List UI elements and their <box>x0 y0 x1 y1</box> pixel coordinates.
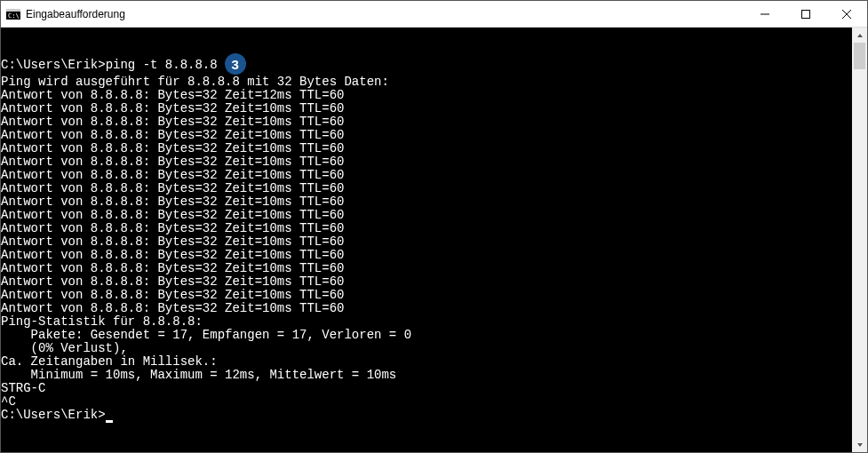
close-button[interactable] <box>826 1 867 28</box>
svg-marker-8 <box>857 443 863 447</box>
ping-stats: Ca. Zeitangaben in Millisek.: <box>1 355 852 369</box>
ping-reply: Antwort von 8.8.8.8: Bytes=32 Zeit=10ms … <box>1 142 852 155</box>
ping-reply: Antwort von 8.8.8.8: Bytes=32 Zeit=10ms … <box>1 235 852 249</box>
ping-reply: Antwort von 8.8.8.8: Bytes=32 Zeit=10ms … <box>1 302 852 315</box>
scroll-down-button[interactable] <box>852 437 867 452</box>
ping-reply: Antwort von 8.8.8.8: Bytes=32 Zeit=10ms … <box>1 275 852 289</box>
ping-reply: Antwort von 8.8.8.8: Bytes=32 Zeit=10ms … <box>1 102 852 115</box>
ping-reply: Antwort von 8.8.8.8: Bytes=32 Zeit=10ms … <box>1 129 852 142</box>
svg-rect-4 <box>802 10 810 18</box>
window-title: Eingabeaufforderung <box>26 8 745 20</box>
prompt-text: C:\Users\Erik> <box>1 408 106 422</box>
caret-c-line: ^C <box>1 395 852 409</box>
prompt-line: C:\Users\Erik>ping -t 8.8.8.83 <box>1 54 852 76</box>
cmd-icon: C:\ <box>6 7 20 21</box>
prompt-line: C:\Users\Erik> <box>1 409 852 422</box>
vertical-scrollbar[interactable] <box>852 28 867 452</box>
prompt-text: C:\Users\Erik> <box>1 58 106 72</box>
maximize-button[interactable] <box>785 1 826 28</box>
ping-reply: Antwort von 8.8.8.8: Bytes=32 Zeit=10ms … <box>1 262 852 275</box>
ping-stats: Minimum = 10ms, Maximum = 12ms, Mittelwe… <box>1 369 852 382</box>
console-area: C:\Users\Erik>ping -t 8.8.8.83Ping wird … <box>1 28 867 452</box>
minimize-button[interactable] <box>745 1 785 28</box>
ping-stats: (0% Verlust), <box>1 342 852 355</box>
ping-header: Ping wird ausgeführt für 8.8.8.8 mit 32 … <box>1 76 852 89</box>
scroll-track[interactable] <box>852 43 867 437</box>
cmd-window: C:\ Eingabeaufforderung C:\Users\Erik>pi… <box>0 0 868 453</box>
annotation-badge: 3 <box>225 53 246 75</box>
scroll-thumb[interactable] <box>854 43 865 69</box>
ping-reply: Antwort von 8.8.8.8: Bytes=32 Zeit=10ms … <box>1 249 852 262</box>
ping-reply: Antwort von 8.8.8.8: Bytes=32 Zeit=12ms … <box>1 89 852 102</box>
ping-stats: Pakete: Gesendet = 17, Empfangen = 17, V… <box>1 329 852 342</box>
scroll-up-button[interactable] <box>852 28 867 43</box>
ping-reply: Antwort von 8.8.8.8: Bytes=32 Zeit=10ms … <box>1 155 852 169</box>
command-text: ping -t 8.8.8.8 <box>106 58 218 72</box>
ping-reply: Antwort von 8.8.8.8: Bytes=32 Zeit=10ms … <box>1 169 852 182</box>
titlebar[interactable]: C:\ Eingabeaufforderung <box>1 1 867 28</box>
ping-reply: Antwort von 8.8.8.8: Bytes=32 Zeit=10ms … <box>1 222 852 235</box>
ping-reply: Antwort von 8.8.8.8: Bytes=32 Zeit=10ms … <box>1 289 852 302</box>
text-cursor <box>106 420 113 423</box>
svg-marker-7 <box>857 34 863 37</box>
ctrl-c-line: STRG-C <box>1 382 852 395</box>
console-output[interactable]: C:\Users\Erik>ping -t 8.8.8.83Ping wird … <box>1 28 852 452</box>
svg-text:C:\: C:\ <box>8 12 20 20</box>
svg-rect-1 <box>6 9 20 12</box>
ping-reply: Antwort von 8.8.8.8: Bytes=32 Zeit=10ms … <box>1 195 852 209</box>
ping-reply: Antwort von 8.8.8.8: Bytes=32 Zeit=10ms … <box>1 115 852 129</box>
ping-reply: Antwort von 8.8.8.8: Bytes=32 Zeit=10ms … <box>1 209 852 222</box>
ping-reply: Antwort von 8.8.8.8: Bytes=32 Zeit=10ms … <box>1 182 852 195</box>
ping-stats: Ping-Statistik für 8.8.8.8: <box>1 315 852 329</box>
